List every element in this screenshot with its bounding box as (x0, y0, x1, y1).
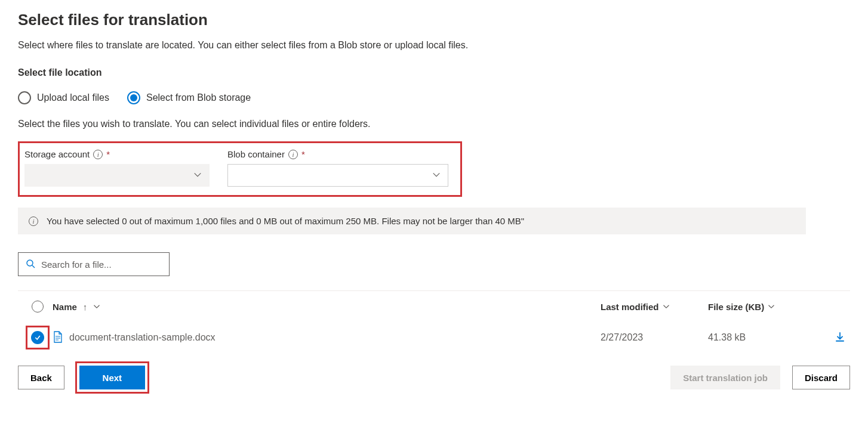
next-button[interactable]: Next (79, 366, 145, 389)
required-asterisk: * (106, 149, 110, 159)
search-icon (26, 259, 35, 270)
page-title: Select files for translation (18, 11, 850, 29)
back-button[interactable]: Back (18, 366, 64, 389)
table-row[interactable]: document-translation-sample.docx 2/27/20… (18, 322, 850, 353)
footer-bar: Back Next Start translation job Discard (18, 353, 850, 394)
page-subtitle: Select where files to translate are loca… (18, 40, 850, 51)
radio-checked-icon (127, 91, 140, 104)
info-icon: i (29, 216, 38, 226)
storage-account-label-row: Storage account i * (24, 149, 210, 159)
next-button-highlight: Next (75, 361, 149, 394)
blob-container-dropdown[interactable] (227, 164, 448, 187)
row-checkbox-checked[interactable] (31, 331, 44, 344)
help-text: Select the files you wish to translate. … (18, 119, 850, 129)
table-header-row: Name ↑ Last modified File size (KB) (18, 291, 850, 322)
file-location-radio-group: Upload local files Select from Blob stor… (18, 91, 850, 104)
blob-container-label: Blob container (227, 149, 285, 159)
chevron-down-icon (93, 302, 100, 312)
storage-account-field: Storage account i * (24, 149, 210, 187)
selection-info-bar: i You have selected 0 out of maximum 1,0… (18, 208, 806, 234)
svg-point-0 (27, 260, 33, 266)
storage-fields-highlight: Storage account i * Blob container i * (18, 141, 462, 197)
chevron-down-icon (432, 171, 441, 181)
info-icon[interactable]: i (93, 150, 103, 159)
file-table: Name ↑ Last modified File size (KB) (18, 290, 850, 353)
storage-account-dropdown[interactable] (24, 164, 210, 187)
radio-upload-label: Upload local files (37, 92, 109, 103)
blob-container-field: Blob container i * (227, 149, 448, 187)
column-size-label: File size (KB) (708, 302, 764, 312)
chevron-down-icon (193, 171, 202, 181)
row-checkbox-highlight (26, 326, 50, 349)
required-asterisk: * (301, 149, 305, 159)
blob-container-label-row: Blob container i * (227, 149, 448, 159)
radio-blob-label: Select from Blob storage (146, 92, 251, 103)
file-name: document-translation-sample.docx (69, 332, 216, 343)
svg-line-1 (32, 265, 35, 268)
file-last-modified: 2/27/2023 (601, 332, 708, 343)
select-all-checkbox[interactable] (23, 301, 53, 313)
start-translation-button: Start translation job (670, 366, 780, 389)
column-name-label: Name (53, 302, 77, 312)
chevron-down-icon (768, 302, 775, 312)
column-modified-label: Last modified (601, 302, 659, 312)
chevron-down-icon (663, 302, 670, 312)
column-header-modified[interactable]: Last modified (601, 302, 708, 312)
circle-unchecked-icon (32, 301, 44, 313)
storage-account-label: Storage account (24, 149, 90, 159)
discard-button[interactable]: Discard (792, 366, 850, 389)
search-placeholder: Search for a file... (41, 259, 112, 270)
file-size: 41.38 kB (708, 332, 821, 343)
search-input[interactable]: Search for a file... (18, 252, 170, 276)
radio-blob-storage[interactable]: Select from Blob storage (127, 91, 251, 104)
column-header-size[interactable]: File size (KB) (708, 302, 821, 312)
radio-unchecked-icon (18, 91, 31, 104)
download-icon[interactable] (835, 334, 845, 344)
info-bar-text: You have selected 0 out of maximum 1,000… (47, 216, 524, 226)
section-label-file-location: Select file location (18, 67, 850, 78)
sort-up-icon: ↑ (83, 302, 88, 312)
radio-upload-local[interactable]: Upload local files (18, 91, 109, 104)
column-header-name[interactable]: Name ↑ (53, 302, 601, 312)
info-icon[interactable]: i (288, 150, 298, 159)
document-icon (53, 331, 63, 345)
